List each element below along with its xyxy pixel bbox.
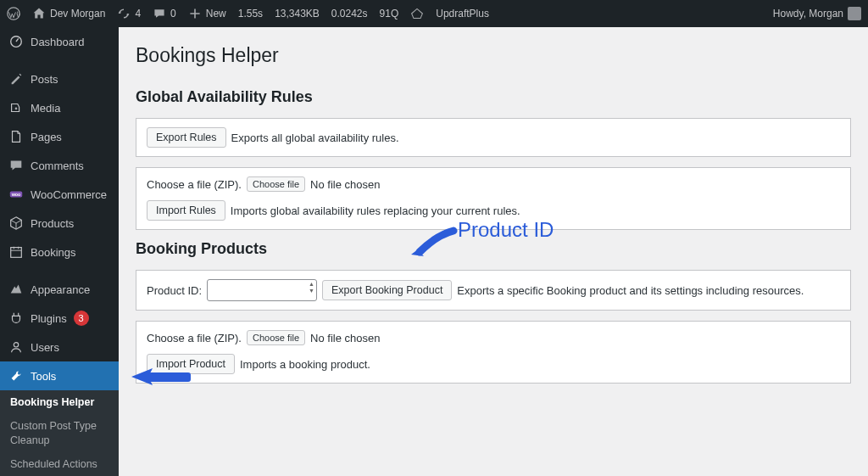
sidebar-item-media[interactable]: Media xyxy=(0,93,119,122)
no-file-chosen-product: No file chosen xyxy=(310,332,380,344)
choose-file-label-2: Choose a file (ZIP). xyxy=(147,332,242,344)
section-global-rules: Global Availability Rules xyxy=(136,88,851,106)
svg-rect-7 xyxy=(148,372,191,382)
sidebar-item-users[interactable]: Users xyxy=(0,333,119,361)
sidebar-item-comments[interactable]: Comments xyxy=(0,151,119,180)
submenu-scheduled-actions[interactable]: Scheduled Actions xyxy=(0,452,119,476)
export-rules-panel: Export Rules Exports all global availabi… xyxy=(136,118,851,157)
plugins-badge: 3 xyxy=(74,311,89,326)
annotation-product-id: Product ID xyxy=(458,218,554,242)
page-title: Bookings Helper xyxy=(136,44,851,67)
svg-point-2 xyxy=(15,108,18,110)
sidebar-item-pages[interactable]: Pages xyxy=(0,122,119,151)
import-rules-desc: Imports global availability rules replac… xyxy=(231,204,520,217)
export-rules-desc: Exports all global availability rules. xyxy=(231,132,399,144)
import-product-desc: Imports a booking product. xyxy=(240,358,370,371)
section-booking-products: Booking Products xyxy=(136,240,851,258)
submenu-bookings-helper[interactable]: Bookings Helper xyxy=(0,390,119,414)
export-product-panel: Product ID: ▲▼ Export Booking Product Ex… xyxy=(136,270,851,311)
annotation-arrow-2 xyxy=(131,362,195,395)
main-content: Bookings Helper Global Availability Rule… xyxy=(119,27,868,476)
export-rules-button[interactable]: Export Rules xyxy=(147,127,226,148)
svg-rect-5 xyxy=(11,248,22,258)
sidebar-item-woocommerce[interactable]: wooWooCommerce xyxy=(0,180,119,209)
avatar xyxy=(848,7,861,20)
updraftplus[interactable]: UpdraftPlus xyxy=(436,8,489,20)
product-id-input[interactable] xyxy=(207,279,317,301)
wp-logo[interactable] xyxy=(7,7,20,20)
export-product-button[interactable]: Export Booking Product xyxy=(322,280,452,300)
perf-overhead: 0.0242s xyxy=(331,8,368,20)
submenu-cpt-cleanup[interactable]: Custom Post Type Cleanup xyxy=(0,414,119,452)
howdy-user[interactable]: Howdy, Morgan xyxy=(773,7,861,20)
import-product-panel: Choose a file (ZIP). Choose file No file… xyxy=(136,321,851,384)
choose-file-button-rules[interactable]: Choose file xyxy=(247,176,305,192)
sidebar-item-bookings[interactable]: Bookings xyxy=(0,238,119,266)
import-rules-button[interactable]: Import Rules xyxy=(147,200,225,221)
tools-submenu: Bookings Helper Custom Post Type Cleanup… xyxy=(0,390,119,476)
perf-queries: 91Q xyxy=(380,8,399,20)
svg-point-6 xyxy=(14,343,18,347)
sidebar-item-products[interactable]: Products xyxy=(0,209,119,238)
sidebar-item-dashboard[interactable]: Dashboard xyxy=(0,27,119,56)
perf-size: 13,343KB xyxy=(275,8,320,20)
sidebar-item-appearance[interactable]: Appearance xyxy=(0,275,119,304)
site-name[interactable]: Dev Morgan xyxy=(32,7,105,20)
updraft-icon[interactable] xyxy=(410,7,424,20)
choose-file-label: Choose a file (ZIP). xyxy=(147,178,242,191)
sidebar-item-plugins[interactable]: Plugins3 xyxy=(0,304,119,333)
annotation-arrow-1 xyxy=(407,227,458,263)
svg-text:woo: woo xyxy=(11,192,21,197)
admin-sidebar: Dashboard Posts Media Pages Comments woo… xyxy=(0,27,119,476)
number-stepper[interactable]: ▲▼ xyxy=(309,281,314,294)
admin-bar: Dev Morgan 4 0 New 1.55s 13,343KB 0.0242… xyxy=(0,0,868,27)
no-file-chosen-rules: No file chosen xyxy=(310,178,380,191)
comments-count[interactable]: 0 xyxy=(153,7,176,20)
perf-time: 1.55s xyxy=(238,8,263,20)
export-product-desc: Exports a specific Booking product and i… xyxy=(457,284,804,297)
sidebar-item-posts[interactable]: Posts xyxy=(0,64,119,93)
sidebar-item-tools[interactable]: Tools xyxy=(0,361,119,390)
product-id-label: Product ID: xyxy=(147,284,202,297)
choose-file-button-product[interactable]: Choose file xyxy=(247,330,305,345)
new-content[interactable]: New xyxy=(188,7,226,20)
updates[interactable]: 4 xyxy=(117,7,141,20)
